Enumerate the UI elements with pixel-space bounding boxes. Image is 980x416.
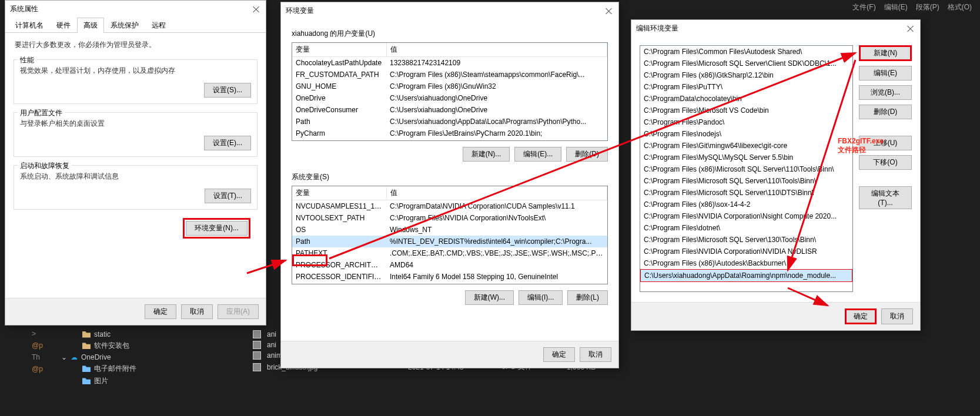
list-row[interactable]: FR_CUSTOMDATA_PATHC:\Program Files (x86)…	[292, 69, 607, 80]
path-item[interactable]: C:\Program Files\Pandoc\	[640, 116, 852, 128]
tree-item[interactable]: static	[32, 329, 238, 340]
path-item[interactable]: C:\Program Files (x86)\GtkSharp\2.12\bin	[640, 69, 852, 81]
path-item[interactable]: C:\Program Files\Microsoft VS Code\bin	[640, 105, 852, 116]
path-entries-list[interactable]: C:\Program Files\Common Files\Autodesk S…	[640, 45, 853, 292]
edit-path-dialog: 编辑环境变量 C:\Program Files\Common Files\Aut…	[631, 19, 921, 331]
sysprops-tabs: 计算机名 硬件 高级 系统保护 远程	[5, 18, 266, 33]
path-item[interactable]: C:\Program Files\nodejs\	[640, 128, 852, 140]
dialog-title: 环境变量	[286, 6, 314, 16]
sys-new-button[interactable]: 新建(W)...	[465, 290, 514, 305]
tree-item[interactable]: 图片	[32, 375, 238, 387]
list-row[interactable]: PROCESSOR_IDENTIFIERIntel64 Family 6 Mod…	[292, 271, 607, 283]
dialog-title: 系统属性	[10, 4, 38, 14]
move-down-button[interactable]: 下移(O)	[859, 155, 912, 170]
tree-item[interactable]: 电子邮件附件	[32, 363, 238, 375]
move-up-button[interactable]: 上移(U)	[859, 136, 912, 150]
path-item[interactable]: C:\Program Files\Microsoft SQL Server\11…	[640, 187, 852, 199]
close-icon[interactable]	[252, 5, 261, 14]
user-new-button[interactable]: 新建(N)...	[463, 147, 510, 162]
env-vars-button[interactable]: 环境变量(N)...	[186, 221, 247, 236]
user-vars-label: xiahuadong 的用户变量(U)	[292, 29, 608, 39]
group-startup-recovery: 启动和故障恢复 系统启动、系统故障和调试信息 设置(T)...	[14, 165, 257, 210]
cancel-button[interactable]: 取消	[881, 308, 913, 324]
environment-variables-dialog: 环境变量 xiahuadong 的用户变量(U) 变量值 ChocolateyL…	[280, 2, 619, 368]
close-icon[interactable]	[906, 24, 915, 33]
path-item[interactable]: C:\Program Files (x86)\Autodesk\Backburn…	[640, 257, 852, 269]
profile-settings-button[interactable]: 设置(E)...	[204, 136, 251, 150]
list-row[interactable]: Path%INTEL_DEV_REDIST%redist\intel64_win…	[292, 236, 607, 247]
list-row[interactable]: OneDriveConsumerC:\Users\xiahuadong\OneD…	[292, 104, 607, 116]
path-item[interactable]: C:\Program Files\Git\mingw64\libexec\git…	[640, 140, 852, 152]
startup-settings-button[interactable]: 设置(T)...	[205, 189, 251, 203]
path-item[interactable]: C:\Program Files\PuTTY\	[640, 81, 852, 93]
admin-note: 要进行大多数更改，你必须作为管理员登录。	[15, 40, 257, 50]
sys-edit-button[interactable]: 编辑(I)...	[519, 290, 563, 305]
path-item[interactable]: C:\Program Files\Microsoft SQL Server\11…	[640, 175, 852, 187]
user-vars-list[interactable]: 变量值 ChocolateyLastPathUpdate132388217423…	[292, 42, 608, 141]
dialog-title: 编辑环境变量	[636, 24, 678, 33]
ok-button[interactable]: 确定	[145, 304, 176, 319]
tab-system-protection[interactable]: 系统保护	[104, 18, 145, 33]
path-item[interactable]: C:\Program Files (x86)\sox-14-4-2	[640, 199, 852, 210]
perf-settings-button[interactable]: 设置(S)...	[204, 83, 251, 98]
path-item[interactable]: C:\Program Files\Microsoft SQL Server\Cl…	[640, 58, 852, 69]
tree-item[interactable]: 软件安装包	[32, 340, 238, 352]
path-item[interactable]: C:\Users\xiahuadong\AppData\Roaming\npm\…	[640, 269, 852, 282]
browse-button[interactable]: 浏览(B)...	[859, 85, 912, 100]
sys-vars-list[interactable]: 变量值 NVCUDASAMPLES11_1_R...C:\ProgramData…	[292, 186, 608, 284]
tree-item[interactable]: ⌄☁OneDrive	[32, 352, 238, 363]
cancel-button[interactable]: 取消	[181, 304, 213, 319]
list-row[interactable]: ChocolateyLastPathUpdate1323882174231421…	[292, 57, 607, 69]
tab-computer-name[interactable]: 计算机名	[9, 18, 50, 33]
list-row[interactable]: PathC:\Users\xiahuadong\AppData\Local\Pr…	[292, 116, 607, 128]
list-row[interactable]: PROCESSOR_ARCHITECT...AMD64	[292, 259, 607, 271]
tab-advanced[interactable]: 高级	[77, 18, 104, 33]
list-row[interactable]: PATHEXT.COM;.EXE;.BAT;.CMD;.VBS;.VBE;.JS…	[292, 247, 607, 259]
list-row[interactable]: OSWindows_NT	[292, 224, 607, 236]
list-row[interactable]: NVCUDASAMPLES11_1_R...C:\ProgramData\NVI…	[292, 200, 607, 213]
edit-button[interactable]: 编辑(E)	[859, 66, 912, 80]
bg-editor-menu: 文件(F) 编辑(E) 段落(P) 格式(O)	[844, 0, 980, 15]
file-tree: static 软件安装包 ⌄☁OneDrive 电子邮件附件 图片	[32, 329, 238, 387]
tab-remote[interactable]: 远程	[145, 18, 172, 33]
list-row[interactable]: GNU_HOMEC:\Program Files (x86)\GnuWin32	[292, 80, 607, 92]
group-user-profiles: 用户配置文件 与登录帐户相关的桌面设置 设置(E)...	[14, 112, 257, 157]
list-row[interactable]: NVTOOLSEXT_PATHC:\Program Files\NVIDIA C…	[292, 212, 607, 224]
path-item[interactable]: C:\ProgramData\chocolatey\bin	[640, 93, 852, 105]
sys-vars-label: 系统变量(S)	[292, 172, 608, 182]
ok-button[interactable]: 确定	[543, 347, 575, 362]
edit-text-button[interactable]: 编辑文本(T)...	[859, 186, 912, 209]
cancel-button[interactable]: 取消	[580, 347, 611, 362]
path-item[interactable]: C:\Program Files\dotnet\	[640, 222, 852, 234]
path-item[interactable]: C:\Program Files (x86)\Microsoft SQL Ser…	[640, 163, 852, 175]
path-item[interactable]: C:\Program Files\Common Files\Autodesk S…	[640, 46, 852, 58]
new-button[interactable]: 新建(N)	[859, 45, 912, 61]
apply-button[interactable]: 应用(A)	[218, 304, 259, 319]
tab-hardware[interactable]: 硬件	[50, 18, 77, 33]
close-icon[interactable]	[604, 6, 614, 16]
path-item[interactable]: C:\Program Files\MySQL\MySQL Server 5.5\…	[640, 152, 852, 163]
path-item[interactable]: C:\Program Files\NVIDIA Corporation\Nsig…	[640, 210, 852, 222]
list-row[interactable]: PyCharmC:\Program Files\JetBrains\PyChar…	[292, 128, 607, 139]
system-properties-dialog: 系统属性 计算机名 硬件 高级 系统保护 远程 要进行大多数更改，你必须作为管理…	[5, 0, 266, 326]
path-item[interactable]: C:\Program Files\Microsoft SQL Server\13…	[640, 234, 852, 246]
ok-button[interactable]: 确定	[845, 308, 877, 324]
sys-delete-button[interactable]: 删除(L)	[567, 290, 608, 305]
user-edit-button[interactable]: 编辑(E)...	[514, 147, 561, 162]
list-row[interactable]: OneDriveC:\Users\xiahuadong\OneDrive	[292, 92, 607, 104]
delete-button[interactable]: 删除(D)	[859, 105, 912, 119]
group-performance: 性能 视觉效果，处理器计划，内存使用，以及虚拟内存 设置(S)...	[14, 59, 257, 104]
user-delete-button[interactable]: 删除(D)	[566, 147, 608, 162]
path-item[interactable]: C:\Program Files\NVIDIA Corporation\NVID…	[640, 246, 852, 257]
